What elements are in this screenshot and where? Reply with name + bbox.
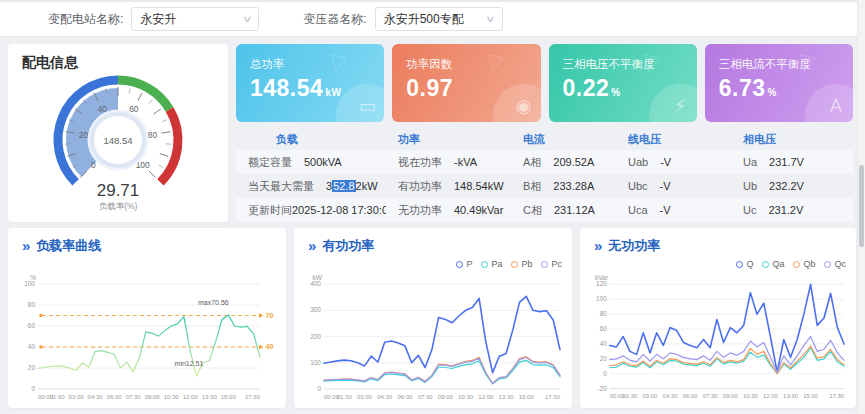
chart-title: 有功功率 [322,237,374,255]
svg-text:09:00: 09:00 [723,393,739,399]
table-header-cell: 负载 [236,132,386,147]
svg-text:200: 200 [310,333,321,340]
table-row: 更新时间2025-12-08 17:30:0无功功率40.49kVarC相231… [236,198,853,222]
chevron-down-icon: ∨ [485,14,496,24]
svg-text:80: 80 [28,301,36,308]
double-chevron-icon: » [308,240,316,252]
svg-text:120: 120 [596,280,607,287]
svg-text:20: 20 [28,364,36,371]
load-rate-chart[interactable]: 020406080100%00:0001:3003:0004:3006:0007… [14,272,280,402]
svg-text:03:00: 03:00 [69,394,85,400]
svg-text:17:30: 17:30 [829,393,845,399]
svg-text:-20: -20 [598,385,608,392]
table-row: 当天最大需量352.82kW有功功率148.54kWB相233.28AUbc-V… [236,174,853,198]
kpi-card-2[interactable]: ▽三相电压不平衡度0.22%⚡ [549,44,697,122]
svg-text:80: 80 [148,130,158,140]
kpi-card-row: ▽总功率148.54kW▭▽功率因数0.97◉▽三相电压不平衡度0.22%⚡▽三… [236,44,853,122]
svg-text:80: 80 [600,310,608,317]
table-header-row: 负载功率电流线电压相电压 [236,128,853,150]
legend-item-P[interactable]: P [456,259,472,269]
svg-text:04:30: 04:30 [377,394,393,400]
chart-title: 无功功率 [608,237,660,255]
svg-text:13:30: 13:30 [499,394,515,400]
svg-text:kW: kW [313,274,323,281]
svg-text:06:00: 06:00 [683,393,699,399]
vertical-scrollbar-track[interactable] [857,0,865,414]
table-cell: Uab-V [616,156,731,168]
station-filter-label: 变配电站名称: [48,11,123,28]
svg-text:17:30: 17:30 [545,394,561,400]
table-header-cell: 线电压 [616,132,731,147]
svg-text:148.54: 148.54 [103,135,132,146]
table-cell: Uc231.2V [731,204,853,216]
kpi-label: 三相电流不平衡度 [719,57,839,72]
kpi-card-1[interactable]: ▽功率因数0.97◉ [392,44,540,122]
svg-text:07:30: 07:30 [703,393,719,399]
svg-text:max70.56: max70.56 [198,299,229,306]
svg-text:04:30: 04:30 [88,394,104,400]
kpi-label: 总功率 [250,57,370,72]
reactive-power-chart[interactable]: -20020406080100120kVar00:0001:3003:0004:… [586,272,850,402]
table-cell: 更新时间2025-12-08 17:30:0 [236,203,386,218]
svg-text:40: 40 [28,343,36,350]
svg-text:%: % [30,274,36,281]
svg-text:12:00: 12:00 [763,393,779,399]
vertical-scrollbar-thumb[interactable] [859,165,864,247]
transformer-filter: 变压器名称: 永安升500专配 ∨ [303,7,502,31]
selected-text: 52.8 [332,180,355,192]
svg-text:04:30: 04:30 [663,393,679,399]
kpi-card-3[interactable]: ▽三相电流不平衡度6.73%A [705,44,853,122]
svg-text:0: 0 [603,370,607,377]
svg-text:100: 100 [596,295,607,302]
table-cell: B相233.28A [511,179,616,194]
table-header-cell: 功率 [386,132,511,147]
svg-text:15:00: 15:00 [221,394,237,400]
table-cell: C相231.12A [511,203,616,218]
table-cell: 额定容量500kVA [236,155,386,170]
svg-text:0: 0 [91,160,96,170]
top-filter-bar: 变配电站名称: 永安升 ∨ 变压器名称: 永安升500专配 ∨ [0,0,865,37]
legend-item-Pc[interactable]: Pc [541,259,562,269]
svg-text:15:00: 15:00 [519,394,535,400]
svg-text:20: 20 [79,130,89,140]
svg-text:kVar: kVar [595,274,609,281]
legend-item-Qb[interactable]: Qb [793,259,815,269]
svg-text:12:00: 12:00 [478,394,494,400]
legend-item-Pa[interactable]: Pa [481,259,502,269]
legend-item-Qc[interactable]: Qc [824,259,846,269]
svg-text:01:30: 01:30 [337,394,353,400]
station-select[interactable]: 永安升 ∨ [131,7,259,31]
transformer-select[interactable]: 永安升500专配 ∨ [375,7,503,31]
table-header-cell: 电流 [511,132,616,147]
svg-text:12:00: 12:00 [183,394,199,400]
table-cell: 当天最大需量352.82kW [236,179,386,194]
svg-text:07:30: 07:30 [418,394,434,400]
table-cell: Ub232.2V [731,180,853,192]
table-row: 额定容量500kVA视在功率-kVAA相209.52AUab-VUa231.7V [236,150,853,174]
active-power-chart[interactable]: 0100200300400kW00:0001:3003:0004:3006:00… [300,272,566,402]
kpi-label: 功率因数 [406,57,526,72]
legend-item-Q[interactable]: Q [736,259,753,269]
svg-text:07:30: 07:30 [126,394,142,400]
legend-item-Qa[interactable]: Qa [762,259,784,269]
series-dot-icon [736,261,743,268]
table-cell: Ua231.7V [731,156,853,168]
series-dot-icon [824,261,831,268]
svg-text:min12.51: min12.51 [175,360,204,367]
series-dot-icon [511,261,518,268]
svg-text:06:00: 06:00 [107,394,123,400]
svg-text:17:30: 17:30 [245,394,261,400]
svg-text:10:30: 10:30 [743,393,759,399]
kpi-label: 三相电压不平衡度 [563,57,683,72]
kpi-card-0[interactable]: ▽总功率148.54kW▭ [236,44,384,122]
legend-item-Pb[interactable]: Pb [511,259,532,269]
svg-text:0: 0 [317,385,321,392]
gauge-canvas: 020406080100148.5429.71负载率(%) [8,68,228,218]
svg-text:29.71: 29.71 [97,181,140,200]
active-power-legend: PPaPbPc [456,259,562,269]
svg-text:60: 60 [600,325,608,332]
svg-text:10:30: 10:30 [164,394,180,400]
table-header-cell: 相电压 [731,132,853,147]
svg-text:60: 60 [28,322,36,329]
reactive-power-chart-panel: » 无功功率 QQaQbQc -20020406080100120kVar00:… [580,228,856,408]
